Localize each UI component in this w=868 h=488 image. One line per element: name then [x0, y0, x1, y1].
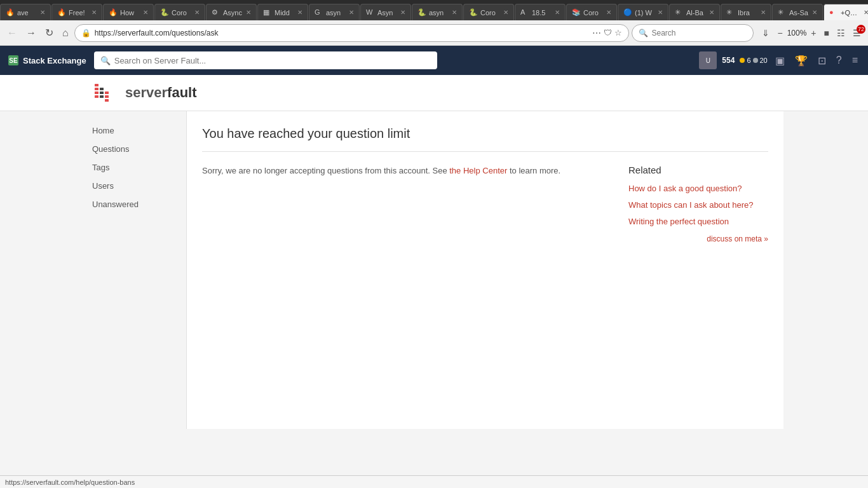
- achievements-icon[interactable]: 🏆: [792, 53, 810, 68]
- related-item-2[interactable]: What topics can I ask about here?: [628, 200, 768, 211]
- tab-favicon: 📚: [572, 8, 581, 17]
- sidebar-item-users[interactable]: Users: [85, 177, 186, 195]
- tab-close[interactable]: ✕: [40, 9, 45, 16]
- tab-favicon: G: [315, 8, 323, 17]
- stacks-icon[interactable]: ≡: [850, 53, 860, 67]
- tab-close[interactable]: ✕: [812, 9, 817, 16]
- se-logo-text: Stack Exchange: [23, 56, 86, 65]
- tab-close[interactable]: ✕: [349, 9, 354, 16]
- tab-11[interactable]: A18.5✕: [515, 4, 566, 20]
- tab-9[interactable]: 🐍asyn✕: [412, 4, 463, 20]
- logo-name-bold: fault: [167, 85, 196, 100]
- tab-label: As-Sa: [789, 9, 810, 17]
- address-icons: ⋯ 🛡 ☆: [592, 28, 622, 38]
- tab-close[interactable]: ✕: [297, 9, 302, 16]
- tab-close[interactable]: ✕: [92, 9, 97, 16]
- content-area: You have reached your question limit Sor…: [186, 111, 783, 429]
- svg-rect-3: [95, 92, 98, 94]
- tab-13[interactable]: 🔵(1) W✕: [618, 4, 668, 20]
- reload-button[interactable]: ↻: [42, 25, 57, 40]
- tab-label: 18.5: [532, 9, 552, 17]
- se-avatar[interactable]: U: [699, 51, 717, 69]
- site-logo-svg: [95, 81, 120, 104]
- inbox-icon[interactable]: ▣: [773, 53, 787, 68]
- tab-close-active[interactable]: ✕: [864, 9, 868, 16]
- svg-rect-11: [105, 99, 109, 102]
- sidebar-item-tags[interactable]: Tags: [85, 158, 186, 177]
- meta-link[interactable]: discuss on meta »: [628, 234, 768, 243]
- downloads-button[interactable]: ⇓: [759, 26, 773, 40]
- sidebar-item-unanswered[interactable]: Unanswered: [85, 195, 186, 214]
- tab-2[interactable]: 🔥Free!✕: [51, 4, 102, 20]
- tab-favicon: ✳: [675, 8, 684, 17]
- tab-5[interactable]: ⚙Async✕: [206, 4, 257, 20]
- review-icon[interactable]: ⊡: [815, 53, 829, 68]
- zoom-out-button[interactable]: −: [774, 26, 785, 40]
- tab-label: Coro: [583, 9, 604, 17]
- browser-toolbar: ← → ↻ ⌂ 🔒 https://serverfault.com/questi…: [0, 20, 868, 46]
- tab-3[interactable]: 🔥How✕: [103, 4, 154, 20]
- tab-close[interactable]: ✕: [400, 9, 405, 16]
- sidebar-toggle-button[interactable]: ☷: [834, 26, 848, 40]
- tab-15[interactable]: ✳Ibra✕: [721, 4, 771, 20]
- tab-close[interactable]: ✕: [503, 9, 508, 16]
- logo-name-light: server: [125, 85, 167, 100]
- menu-button[interactable]: ☰ 72: [850, 26, 864, 40]
- tab-label: Coro: [480, 9, 501, 17]
- tab-8[interactable]: WAsyn✕: [360, 4, 411, 20]
- tab-close[interactable]: ✕: [606, 9, 611, 16]
- tab-14[interactable]: ✳Al-Ba✕: [669, 4, 720, 20]
- tab-close[interactable]: ✕: [246, 9, 251, 16]
- tab-7[interactable]: Gasyn✕: [309, 4, 360, 20]
- home-button[interactable]: ⌂: [59, 26, 72, 40]
- forward-button[interactable]: →: [23, 26, 39, 40]
- badge-row: 6 20: [740, 57, 767, 64]
- tab-favicon: 🔥: [109, 8, 118, 17]
- tab-favicon: ⚙: [212, 8, 220, 17]
- help-icon[interactable]: ?: [834, 53, 844, 67]
- silver-badge-icon: [753, 58, 758, 63]
- se-search-input[interactable]: [114, 56, 431, 65]
- search-bar[interactable]: 🔍: [632, 24, 754, 42]
- reader-view-button[interactable]: ■: [821, 26, 832, 40]
- tab-6[interactable]: ▦Midd✕: [257, 4, 308, 20]
- address-bar[interactable]: 🔒 https://serverfault.com/questions/ask …: [74, 24, 630, 42]
- sidebar-item-home[interactable]: Home: [85, 121, 186, 140]
- back-button[interactable]: ←: [4, 26, 20, 40]
- se-search-box[interactable]: 🔍: [94, 51, 437, 69]
- tab-close[interactable]: ✕: [143, 9, 148, 16]
- bookmark-icon[interactable]: ⋯: [592, 28, 601, 38]
- star-icon[interactable]: ☆: [614, 28, 622, 38]
- tab-close[interactable]: ✕: [709, 9, 714, 16]
- svg-rect-10: [105, 92, 109, 94]
- tab-10[interactable]: 🐍Coro✕: [463, 4, 514, 20]
- search-input[interactable]: [651, 29, 747, 37]
- tab-close[interactable]: ✕: [452, 9, 457, 16]
- se-topbar: SE Stack Exchange 🔍 U 554 6 20 ▣ 🏆 ⊡ ? ≡: [0, 46, 868, 75]
- zoom-level: 100%: [787, 29, 807, 37]
- se-logo-icon: SE: [8, 55, 19, 66]
- tab-4[interactable]: 🐍Coro✕: [154, 4, 205, 20]
- tab-active[interactable]: ● +Question Limit Reached - Server Fault…: [824, 4, 868, 20]
- site-logo[interactable]: serverfault: [95, 81, 773, 104]
- browser-window: 🔥ave✕ 🔥Free!✕ 🔥How✕ 🐍Coro✕ ⚙Async✕ ▦Midd…: [0, 0, 868, 429]
- svg-rect-5: [95, 84, 98, 86]
- tab-12[interactable]: 📚Coro✕: [566, 4, 617, 20]
- tab-close[interactable]: ✕: [658, 9, 663, 16]
- page-body: Home Questions Tags Users Unanswered You…: [0, 111, 868, 429]
- se-logo-area[interactable]: SE Stack Exchange: [8, 55, 86, 66]
- tab-favicon: 🔥: [6, 8, 15, 17]
- tab-label: ave: [17, 9, 37, 17]
- tab-16[interactable]: ✳As-Sa✕: [772, 4, 823, 20]
- tab-close[interactable]: ✕: [194, 9, 200, 16]
- search-icon: 🔍: [639, 29, 648, 37]
- sidebar-item-questions[interactable]: Questions: [85, 140, 186, 158]
- tab-label: (1) W: [635, 9, 655, 17]
- zoom-in-button[interactable]: +: [808, 26, 819, 40]
- tab-close[interactable]: ✕: [555, 9, 560, 16]
- tab-close[interactable]: ✕: [761, 9, 766, 16]
- help-center-link[interactable]: the Help Center: [449, 166, 507, 175]
- related-item-3[interactable]: Writing the perfect question: [628, 216, 768, 227]
- tab-1[interactable]: 🔥ave✕: [0, 4, 51, 20]
- related-item-1[interactable]: How do I ask a good question?: [628, 183, 768, 194]
